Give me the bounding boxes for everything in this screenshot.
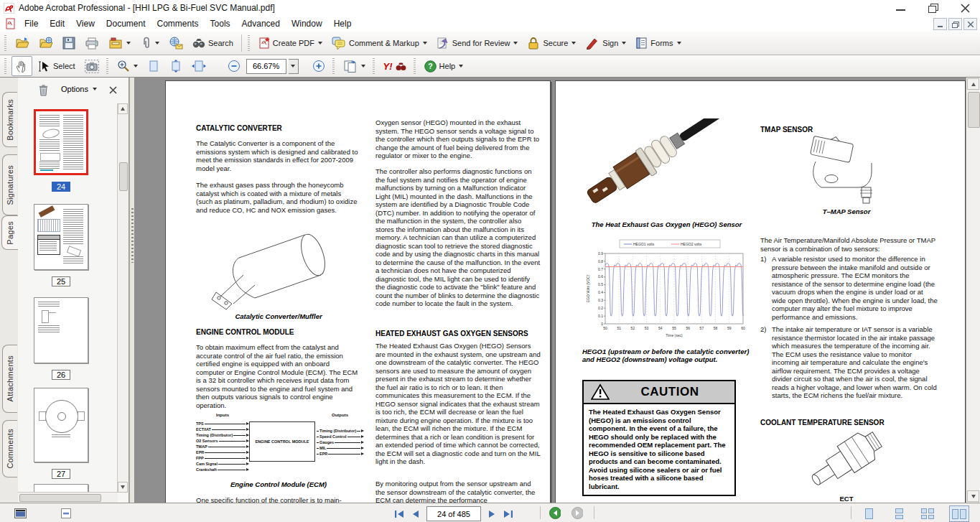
minimize-button[interactable] [896, 9, 905, 11]
document-view[interactable]: CATALYTIC CONVERTER The Catalytic Conver… [135, 78, 966, 503]
tab-bookmarks[interactable]: Bookmarks [2, 92, 17, 147]
thumbnail-preview-27[interactable] [34, 388, 88, 462]
facing-view-button[interactable] [918, 505, 938, 522]
snapshot-tool-button[interactable] [81, 56, 103, 76]
menu-document[interactable]: Document [101, 17, 151, 31]
thumbnail-page-24[interactable]: 24 [34, 109, 88, 192]
menu-tools[interactable]: Tools [205, 17, 236, 31]
tab-attachments[interactable]: Attachments [2, 345, 17, 413]
select-tool-button[interactable]: Select [34, 56, 79, 76]
zoom-in-button[interactable] [309, 56, 329, 76]
tab-signatures[interactable]: Signatures [2, 154, 17, 215]
menu-advanced[interactable]: Advanced [236, 17, 286, 31]
thumbnail-preview-24[interactable] [34, 109, 88, 175]
magnifier-icon [117, 60, 130, 73]
tab-pages[interactable]: Pages [1, 215, 18, 250]
thumbnail-27-number[interactable]: 27 [52, 469, 70, 479]
email-button[interactable] [165, 33, 187, 53]
doc-minimize-button[interactable] [933, 18, 947, 30]
page-view-icon[interactable] [61, 508, 71, 518]
toolbar-grip[interactable] [4, 35, 6, 51]
menu-file[interactable]: File [19, 17, 44, 31]
zoom-level-input[interactable]: 66.67% [246, 59, 286, 74]
delete-pages-icon[interactable] [38, 84, 49, 96]
close-button[interactable] [961, 4, 970, 13]
previous-view-button[interactable] [549, 507, 561, 518]
organizer-button[interactable] [105, 33, 134, 53]
next-view-button[interactable] [571, 507, 583, 518]
thumbnail-page-25[interactable]: 25 [34, 204, 88, 286]
fit-height-button[interactable] [166, 56, 186, 76]
last-page-button[interactable] [503, 508, 514, 520]
menu-view[interactable]: View [70, 17, 101, 31]
forms-button[interactable]: Forms [632, 33, 684, 53]
fit-width-button[interactable] [188, 56, 210, 76]
zoom-tool-button[interactable] [113, 56, 141, 76]
menu-help[interactable]: Help [328, 17, 358, 31]
hand-tool-button[interactable] [11, 56, 32, 76]
zoom-out-button[interactable] [224, 56, 244, 76]
print-button[interactable] [81, 33, 103, 53]
comment-markup-button[interactable]: Comment & Markup [328, 33, 431, 53]
menu-comments[interactable]: Comments [151, 17, 205, 31]
first-page-button[interactable] [393, 508, 405, 520]
menu-window[interactable]: Window [286, 17, 328, 31]
thumbnails-scrollbar[interactable] [117, 103, 129, 493]
zoom-level-caret[interactable] [289, 59, 299, 74]
previous-page-button[interactable] [410, 508, 421, 520]
search-button[interactable]: Search [189, 33, 237, 53]
thumbnails-scroll-up-button[interactable] [118, 103, 128, 114]
options-menu-button[interactable]: Options [61, 85, 97, 93]
attach-button[interactable] [136, 33, 163, 53]
open-button[interactable] [11, 33, 33, 53]
yahoo-search-button[interactable]: Y! [380, 56, 410, 76]
document-vertical-scrollbar[interactable] [966, 78, 980, 503]
toolbar-grip[interactable] [373, 58, 375, 74]
toolbar-grip[interactable] [248, 35, 250, 51]
page-number-input[interactable]: 24 of 485 [426, 506, 481, 521]
paragraph: Oxygen sensor (HEGO) mounted in the exha… [375, 118, 541, 160]
thumbnail-preview-25[interactable] [34, 204, 88, 270]
svg-text:0.1: 0.1 [598, 314, 603, 318]
toolbar-grip[interactable] [332, 58, 335, 74]
secure-button[interactable]: Secure [523, 33, 579, 53]
window-layout-icon[interactable] [14, 508, 27, 518]
scroll-down-button[interactable] [967, 490, 979, 502]
page-display-button[interactable] [340, 56, 369, 76]
panel-splitter[interactable] [129, 78, 135, 503]
sign-button[interactable]: Sign [582, 33, 630, 53]
send-review-button[interactable]: Send for Review [433, 33, 522, 53]
menu-edit[interactable]: Edit [44, 17, 70, 31]
save-button[interactable] [59, 33, 79, 53]
doc-restore-button[interactable] [948, 18, 962, 30]
thumbnail-24-number[interactable]: 24 [52, 182, 70, 192]
next-page-button[interactable] [486, 508, 498, 520]
single-page-view-button[interactable] [859, 505, 879, 522]
toolbar-grip[interactable] [106, 58, 108, 74]
create-pdf-button[interactable]: Create PDF [255, 33, 326, 53]
toolbar-grip[interactable] [4, 58, 6, 74]
tab-comments[interactable]: Comments [2, 420, 17, 477]
thumbnail-preview-26[interactable] [34, 297, 88, 363]
thumbnails-scroll-thumb[interactable] [119, 162, 128, 191]
open-web-button[interactable] [35, 33, 57, 53]
doc-close-button[interactable] [963, 18, 977, 30]
scroll-up-button[interactable] [967, 78, 979, 90]
restore-button[interactable] [928, 4, 938, 12]
continuous-view-button[interactable] [889, 505, 909, 522]
toolbar-grip[interactable] [414, 58, 416, 74]
thumbnail-page-26[interactable]: 26 [34, 297, 88, 380]
thumbnail-page-27[interactable]: 27 [34, 388, 88, 479]
help-button[interactable]: ?Help [421, 56, 467, 76]
thumbnails-scroll-down-button[interactable] [118, 482, 128, 493]
tab-signatures-label: Signatures [6, 165, 14, 205]
fit-page-button[interactable] [144, 56, 164, 76]
thumbnails-hscrollbar[interactable] [18, 492, 118, 503]
scroll-thumb[interactable] [968, 92, 980, 128]
page-number-value: 24 of 485 [437, 510, 470, 518]
thumbnail-26-number[interactable]: 26 [52, 370, 70, 380]
two-up-continuous-view-button[interactable] [949, 505, 969, 522]
panel-close-icon[interactable] [109, 86, 117, 94]
thumbnail-25-number[interactable]: 25 [52, 276, 70, 286]
thumbnails-hscroll-thumb[interactable] [19, 494, 101, 502]
